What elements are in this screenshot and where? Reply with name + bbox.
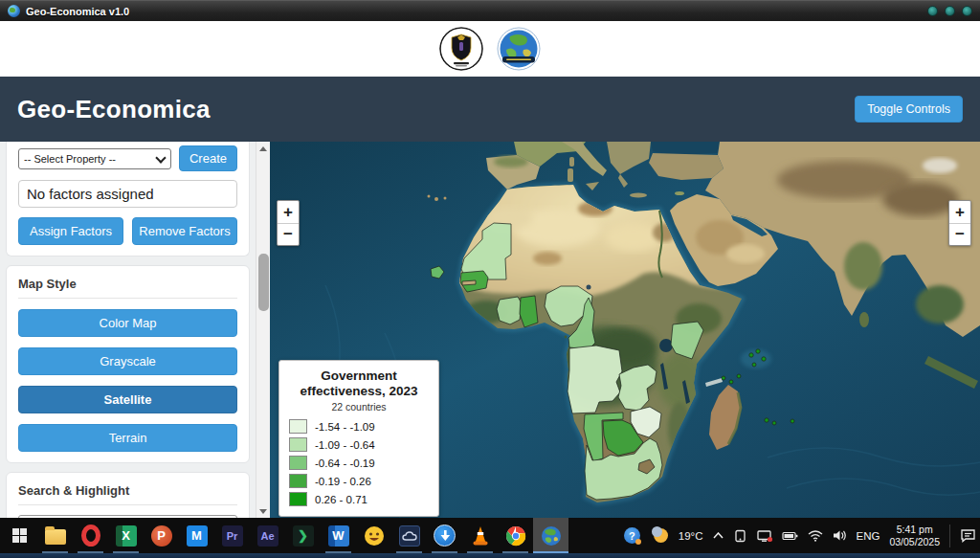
color-map-button[interactable]: Color Map	[18, 309, 237, 337]
gulf-islands	[565, 336, 568, 339]
app-header: Geo-Economica Toggle Controls	[0, 77, 980, 142]
zoom-in-button[interactable]: +	[278, 201, 299, 223]
zoom-out-button-right[interactable]: −	[949, 223, 970, 245]
taskbar-premiere-pro[interactable]: Pr	[214, 518, 250, 553]
taskbar-opera[interactable]	[73, 518, 108, 553]
tray-time: 5:41 pm	[889, 524, 940, 536]
legend-swatch	[289, 456, 307, 470]
taskbar: X P M Pr Ae ❯ W	[0, 518, 980, 553]
tray-date: 03/05/2025	[889, 536, 940, 548]
minimize-button[interactable]	[927, 6, 938, 16]
taskbar-excel[interactable]: X	[108, 518, 144, 553]
taskbar-vlc[interactable]	[462, 518, 498, 553]
main-content: -- Select Property -- Create No factors …	[0, 142, 980, 518]
create-button[interactable]: Create	[179, 145, 237, 171]
scroll-up-arrow-icon[interactable]	[256, 142, 270, 155]
taskbar-start[interactable]	[2, 518, 37, 553]
battery-icon[interactable]	[782, 530, 798, 542]
crest-logo	[439, 27, 483, 71]
factors-list[interactable]: No factors assigned	[18, 180, 237, 208]
temperature[interactable]: 19°C	[679, 530, 703, 542]
maximize-button[interactable]	[945, 6, 955, 16]
taskbar-after-effects[interactable]: Ae	[250, 518, 285, 553]
taskbar-cloud-app[interactable]	[391, 518, 427, 553]
zoom-out-button[interactable]: −	[278, 223, 299, 245]
weather-icon[interactable]	[650, 527, 669, 545]
factors-card: -- Select Property -- Create No factors …	[6, 142, 250, 257]
country-cote-divoire[interactable]	[497, 297, 522, 324]
scrollbar-thumb[interactable]	[258, 254, 269, 311]
tray-clock[interactable]: 5:41 pm 03/05/2025	[889, 524, 940, 548]
display-icon[interactable]	[757, 529, 772, 543]
legend-swatch	[289, 419, 307, 434]
sidebar-scrollbar[interactable]	[256, 142, 270, 518]
zoom-in-button-right[interactable]: +	[949, 201, 970, 223]
windows-start-icon	[12, 528, 28, 544]
powerpoint-icon: P	[151, 525, 172, 547]
taskbar-emoji-app[interactable]	[356, 518, 391, 553]
search-highlight-card: Search & Highlight Highlight Countries C…	[6, 472, 250, 518]
app-window-icon	[8, 5, 20, 17]
screen: Geo-Economica v1.0 Geo-Economica	[0, 0, 980, 558]
language-indicator[interactable]: ENG	[857, 530, 880, 542]
globe-logo	[497, 27, 541, 71]
help-icon[interactable]: ?	[624, 527, 640, 544]
zoom-control-left: + −	[277, 200, 300, 246]
vlc-icon	[470, 525, 491, 547]
download-arrow-icon	[434, 525, 456, 547]
window-titlebar[interactable]: Geo-Economica v1.0	[0, 0, 980, 21]
taskbar-arrow-app[interactable]: ❯	[285, 518, 321, 553]
grayscale-button[interactable]: Grayscale	[18, 347, 237, 375]
legend-entry: -0.64 - -0.19	[289, 456, 429, 470]
taskbar-geo-economica[interactable]	[533, 518, 568, 553]
legend-swatch	[289, 437, 307, 452]
toggle-controls-button[interactable]: Toggle Controls	[855, 96, 963, 123]
tray-chevron-up-icon[interactable]	[713, 532, 724, 539]
m-app-icon: M	[187, 525, 208, 547]
taskbar-word[interactable]: W	[321, 518, 356, 553]
assign-factors-button[interactable]: Assign Factors	[18, 217, 123, 245]
window-title: Geo-Economica v1.0	[26, 6, 129, 17]
tray-separator	[949, 525, 950, 547]
search-highlight-heading: Search & Highlight	[18, 483, 237, 505]
legend-title: Government effectiveness, 2023	[289, 368, 429, 399]
property-select[interactable]: -- Select Property --	[18, 148, 171, 169]
satellite-button[interactable]: Satellite	[18, 386, 237, 413]
taskbar-chrome[interactable]	[498, 518, 533, 553]
map-style-card: Map Style Color Map Grayscale Satellite …	[6, 265, 250, 463]
logo-strip	[0, 21, 980, 77]
tablet-icon[interactable]	[733, 529, 747, 543]
bottom-strip	[0, 553, 980, 558]
page-title: Geo-Economica	[17, 95, 211, 124]
cloud-app-icon	[399, 525, 420, 547]
taskbar-download-manager[interactable]	[427, 518, 462, 553]
emoji-app-icon	[364, 525, 385, 547]
wifi-icon[interactable]	[808, 530, 823, 542]
legend-entry: -1.09 - -0.64	[289, 437, 429, 452]
map-style-heading: Map Style	[18, 277, 237, 299]
legend-subtitle: 22 countries	[289, 401, 429, 413]
map-area[interactable]: + − + − Government effectiveness, 2023 2…	[270, 142, 980, 518]
scroll-down-arrow-icon[interactable]	[256, 504, 270, 518]
remove-factors-button[interactable]: Remove Factors	[132, 217, 237, 245]
after-effects-icon: Ae	[257, 525, 278, 547]
word-icon: W	[328, 525, 349, 547]
zoom-control-right: + −	[948, 200, 971, 246]
chrome-icon	[505, 525, 526, 547]
action-center-icon[interactable]	[960, 528, 976, 543]
taskbar-m-app[interactable]: M	[179, 518, 214, 553]
country-ghana[interactable]	[520, 296, 538, 327]
gambia-strip[interactable]	[462, 280, 476, 285]
taskbar-powerpoint[interactable]: P	[144, 518, 179, 553]
terrain-button[interactable]: Terrain	[18, 424, 237, 452]
legend-entry: -1.54 - -1.09	[289, 419, 429, 434]
taskbar-file-explorer[interactable]	[37, 518, 73, 553]
premiere-pro-icon: Pr	[222, 525, 243, 547]
speaker-icon[interactable]	[833, 529, 847, 542]
system-tray: ? 19°C ENG 5:41 pm 03/05/2025	[624, 518, 980, 553]
map-legend: Government effectiveness, 2023 22 countr…	[278, 360, 439, 517]
close-button[interactable]	[962, 6, 972, 16]
property-select-wrap: -- Select Property --	[18, 148, 171, 169]
sidebar: -- Select Property -- Create No factors …	[0, 142, 256, 518]
geo-economica-icon	[541, 525, 562, 547]
